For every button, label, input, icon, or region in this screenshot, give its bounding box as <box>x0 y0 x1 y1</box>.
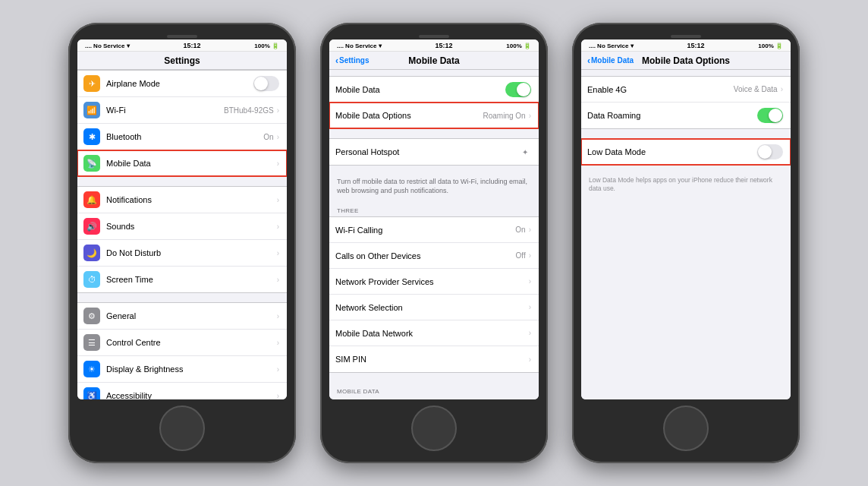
wifi-icon: 📶 <box>83 102 100 118</box>
signal-label-3: .... No Service ▾ <box>589 43 634 49</box>
nav-title-2: Mobile Data <box>408 55 459 66</box>
row-donotdisturb[interactable]: 🌙 Do Not Disturb › <box>77 240 287 267</box>
home-button-3[interactable] <box>663 406 709 451</box>
notifications-icon: 🔔 <box>83 191 100 208</box>
group-mobile-data-main: Mobile Data Mobile Data Options Roaming … <box>329 76 539 129</box>
sounds-icon: 🔊 <box>83 218 100 235</box>
calls-other-label: Calls on Other Devices <box>335 251 516 260</box>
row-enable-4g[interactable]: Enable 4G Voice & Data › <box>581 77 791 103</box>
bluetooth-chevron: › <box>277 133 279 141</box>
donotdisturb-icon: 🌙 <box>83 245 100 261</box>
row-bluetooth[interactable]: ✱ Bluetooth On › <box>77 124 287 150</box>
sounds-label: Sounds <box>106 222 277 231</box>
row-screentime[interactable]: ⏱ Screen Time › <box>77 267 287 292</box>
signal-label-2: .... No Service ▾ <box>337 43 382 49</box>
back-chevron-2: ‹ <box>335 56 338 65</box>
mobile-data-icon: 📡 <box>83 155 100 172</box>
displaybrightness-label: Display & Brightness <box>106 364 277 374</box>
row-data-roaming[interactable]: Data Roaming <box>581 103 791 128</box>
bluetooth-icon: ✱ <box>83 128 100 145</box>
row-mobile-data-toggle[interactable]: Mobile Data <box>329 77 539 103</box>
low-data-toggle[interactable] <box>757 144 783 159</box>
row-accessibility[interactable]: ♿ Accessibility › <box>77 383 287 399</box>
group-system: 🔔 Notifications › 🔊 Sounds › 🌙 Do Not Di… <box>77 186 287 293</box>
signal-label: .... No Service ▾ <box>85 43 130 49</box>
row-calls-other-devices[interactable]: Calls on Other Devices Off › <box>329 243 539 269</box>
section-three-header: THREE <box>329 201 539 216</box>
network-selection-label: Network Selection <box>335 303 529 312</box>
calls-other-value: Off <box>516 251 526 260</box>
sim-pin-label: SIM PIN <box>335 355 529 364</box>
phone-2-screen: .... No Service ▾ 15:12 100% 🔋 ‹ Setting… <box>329 39 539 399</box>
row-mobile-data-network[interactable]: Mobile Data Network › <box>329 320 539 346</box>
controlcentre-label: Control Centre <box>106 338 277 347</box>
row-notifications[interactable]: 🔔 Notifications › <box>77 187 287 213</box>
home-button-1[interactable] <box>159 406 205 451</box>
group-preferences: ⚙ General › ☰ Control Centre › ☀ Display… <box>77 302 287 399</box>
time-label-3: 15:12 <box>687 42 704 49</box>
row-sim-pin[interactable]: SIM PIN › <box>329 346 539 372</box>
back-chevron-3: ‹ <box>587 56 590 65</box>
hotspot-label: Personal Hotspot <box>335 147 522 156</box>
home-button-2[interactable] <box>411 406 457 451</box>
row-wifi[interactable]: 📶 Wi-Fi BTHub4-92GS › <box>77 97 287 124</box>
row-network-provider[interactable]: Network Provider Services › <box>329 269 539 295</box>
settings-list-2[interactable]: Mobile Data Mobile Data Options Roaming … <box>329 70 539 399</box>
nav-title-3: Mobile Data Options <box>642 55 730 66</box>
mobile-data-label: Mobile Data <box>106 159 277 168</box>
group-connectivity: ✈ Airplane Mode 📶 Wi-Fi BTHub4-92GS › ✱ … <box>77 70 287 177</box>
accessibility-label: Accessibility <box>106 391 277 399</box>
back-button-3[interactable]: ‹ Mobile Data <box>587 56 634 65</box>
bluetooth-label: Bluetooth <box>106 132 263 141</box>
row-personal-hotspot[interactable]: Personal Hotspot ✦ <box>329 139 539 165</box>
accessibility-icon: ♿ <box>83 387 100 399</box>
group-hotspot: Personal Hotspot ✦ <box>329 138 539 166</box>
mobile-data-options-value: Roaming On <box>483 112 526 120</box>
low-data-description: Low Data Mode helps apps on your iPhone … <box>581 175 791 199</box>
nav-bar-1: Settings <box>77 52 287 70</box>
low-data-label: Low Data Mode <box>587 147 757 156</box>
group-4g: Enable 4G Voice & Data › Data Roaming <box>581 76 791 129</box>
mobile-data-main-toggle[interactable] <box>505 82 531 97</box>
row-network-selection[interactable]: Network Selection › <box>329 295 539 320</box>
mobile-data-chevron: › <box>277 159 279 168</box>
mobile-data-options-label: Mobile Data Options <box>335 111 483 120</box>
general-label: General <box>106 311 277 320</box>
row-mobile-data[interactable]: 📡 Mobile Data › <box>77 150 287 176</box>
data-roaming-toggle[interactable] <box>757 108 783 123</box>
section-mobile-data-footer: MOBILE DATA <box>329 382 539 397</box>
status-bar-2: .... No Service ▾ 15:12 100% 🔋 <box>329 39 539 52</box>
airplane-toggle[interactable] <box>253 76 279 91</box>
row-controlcentre[interactable]: ☰ Control Centre › <box>77 330 287 356</box>
time-label: 15:12 <box>183 42 200 49</box>
screentime-label: Screen Time <box>106 275 277 284</box>
mobile-data-toggle-label: Mobile Data <box>335 85 505 94</box>
time-label-2: 15:12 <box>435 42 452 49</box>
mobile-data-network-label: Mobile Data Network <box>335 329 529 338</box>
donotdisturb-label: Do Not Disturb <box>106 248 277 257</box>
settings-list-1[interactable]: ✈ Airplane Mode 📶 Wi-Fi BTHub4-92GS › ✱ … <box>77 70 287 399</box>
nav-bar-2: ‹ Settings Mobile Data <box>329 52 539 70</box>
notifications-label: Notifications <box>106 195 277 204</box>
settings-list-3[interactable]: Enable 4G Voice & Data › Data Roaming Lo… <box>581 70 791 399</box>
nav-bar-3: ‹ Mobile Data Mobile Data Options <box>581 52 791 70</box>
data-roaming-label: Data Roaming <box>587 111 757 120</box>
enable-4g-label: Enable 4G <box>587 85 734 94</box>
status-bar-1: .... No Service ▾ 15:12 100% 🔋 <box>77 39 287 52</box>
battery-label-3: 100% 🔋 <box>758 43 783 49</box>
nav-title-1: Settings <box>164 55 200 66</box>
row-displaybrightness[interactable]: ☀ Display & Brightness › <box>77 356 287 383</box>
row-wifi-calling[interactable]: Wi-Fi Calling On › <box>329 217 539 243</box>
row-sounds[interactable]: 🔊 Sounds › <box>77 213 287 240</box>
wifi-chevron: › <box>277 106 279 115</box>
row-mobile-data-options[interactable]: Mobile Data Options Roaming On › <box>329 103 539 128</box>
airplane-label: Airplane Mode <box>106 79 253 88</box>
row-general[interactable]: ⚙ General › <box>77 303 287 330</box>
network-provider-label: Network Provider Services <box>335 277 529 286</box>
hotspot-value: ✦ <box>522 148 528 156</box>
wifi-label: Wi-Fi <box>106 106 224 115</box>
row-low-data-mode[interactable]: Low Data Mode <box>581 139 791 165</box>
row-airplane[interactable]: ✈ Airplane Mode <box>77 71 287 97</box>
back-button-2[interactable]: ‹ Settings <box>335 56 369 65</box>
back-label-2: Settings <box>339 56 369 65</box>
